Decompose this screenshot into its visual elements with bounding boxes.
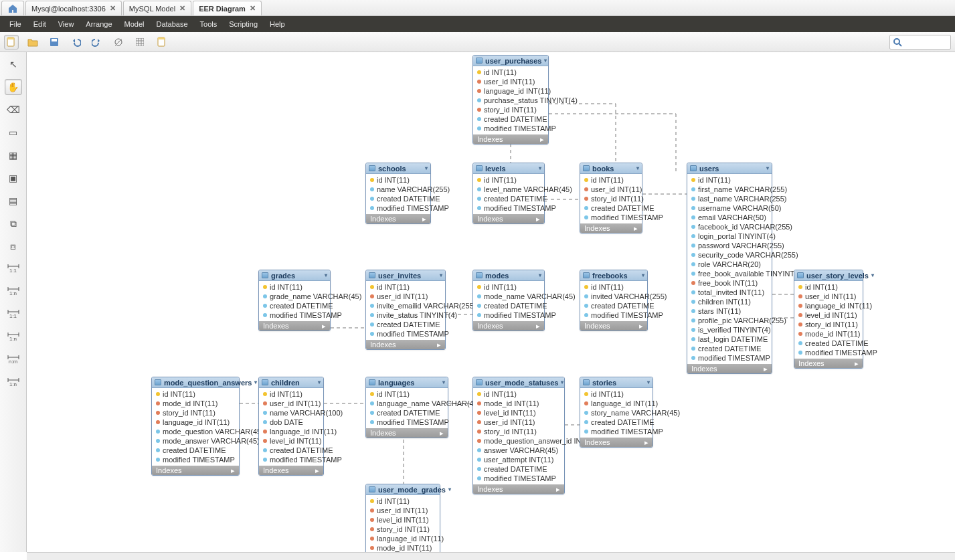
menu-arrange[interactable]: Arrange — [80, 18, 117, 30]
indexes-section[interactable]: Indexes▸ — [473, 134, 548, 144]
chevron-down-icon[interactable]: ▾ — [642, 272, 644, 278]
table-books[interactable]: books▾id INT(11)user_id INT(11)story_id … — [580, 163, 642, 234]
tab-home[interactable] — [1, 1, 24, 15]
table-user_purchases[interactable]: user_purchases▾id INT(11)user_id INT(11)… — [472, 55, 549, 145]
tool-rel-1-n-nm[interactable]: 1:n — [5, 284, 22, 300]
table-user_mode_grades[interactable]: user_mode_grades▾id INT(11)user_id INT(1… — [365, 484, 440, 552]
tool-image[interactable]: ▣ — [5, 170, 22, 186]
tool-rel-1-n-pk[interactable]: 1:n — [5, 375, 22, 391]
tool-rel-n-m[interactable]: n:m — [5, 352, 22, 368]
table-header[interactable]: grades▾ — [259, 270, 330, 281]
undo-button[interactable] — [68, 35, 83, 50]
indexes-section[interactable]: Indexes▸ — [794, 359, 863, 368]
table-header[interactable]: stories▾ — [580, 377, 653, 388]
tab-eer-diagram[interactable]: EER Diagram ✕ — [193, 1, 262, 15]
tab-model[interactable]: MySQL Model ✕ — [123, 1, 191, 15]
horizontal-scrollbar[interactable] — [27, 552, 955, 560]
search-box[interactable] — [889, 35, 951, 50]
table-header[interactable]: languages▾ — [366, 377, 448, 388]
table-stories[interactable]: stories▾id INT(11)language_id INT(11)sto… — [580, 377, 653, 448]
table-header[interactable]: users▾ — [687, 163, 772, 174]
indexes-section[interactable]: Indexes▸ — [259, 321, 330, 331]
menu-database[interactable]: Database — [151, 18, 193, 30]
tool-rel-1-1[interactable]: 1:1 — [5, 306, 22, 322]
indexes-section[interactable]: Indexes▸ — [473, 321, 544, 331]
indexes-section[interactable]: Indexes▸ — [366, 340, 445, 349]
chevron-down-icon[interactable]: ▾ — [539, 272, 541, 278]
tool-hand[interactable]: ✋ — [5, 79, 22, 95]
indexes-section[interactable]: Indexes▸ — [580, 438, 653, 447]
close-icon[interactable]: ✕ — [250, 4, 256, 13]
redo-button[interactable] — [90, 35, 104, 50]
tool-table[interactable]: ▤ — [5, 193, 22, 209]
close-icon[interactable]: ✕ — [179, 4, 185, 13]
chevron-down-icon[interactable]: ▾ — [871, 272, 874, 278]
new-file-button[interactable] — [4, 35, 19, 50]
table-grades[interactable]: grades▾id INT(11)grade_name VARCHAR(45)c… — [258, 270, 331, 331]
options-button[interactable] — [154, 35, 169, 50]
chevron-down-icon[interactable]: ▾ — [325, 272, 327, 278]
chevron-down-icon[interactable]: ▾ — [539, 165, 541, 171]
indexes-section[interactable]: Indexes▸ — [473, 214, 544, 223]
chevron-down-icon[interactable]: ▾ — [544, 58, 547, 64]
chevron-down-icon[interactable]: ▾ — [440, 272, 442, 278]
table-header[interactable]: levels▾ — [473, 163, 544, 174]
chevron-down-icon[interactable]: ▾ — [442, 379, 445, 385]
chevron-down-icon[interactable]: ▾ — [636, 165, 639, 171]
tab-connection[interactable]: Mysql@localhost:3306 ✕ — [25, 1, 122, 15]
indexes-section[interactable]: Indexes▸ — [366, 214, 430, 223]
tool-routine[interactable]: ⧈ — [5, 238, 22, 254]
table-children[interactable]: children▾id INT(11)user_id INT(11)name V… — [258, 377, 324, 476]
table-languages[interactable]: languages▾id INT(11)language_name VARCHA… — [365, 377, 448, 438]
tool-view[interactable]: ⧉ — [5, 215, 22, 231]
table-header[interactable]: user_invites▾ — [366, 270, 445, 281]
chevron-down-icon[interactable]: ▾ — [647, 379, 650, 385]
tool-note[interactable]: ▦ — [5, 147, 22, 163]
diagram-canvas[interactable]: user_purchases▾id INT(11)user_id INT(11)… — [27, 52, 955, 552]
chevron-down-icon[interactable]: ▾ — [254, 379, 257, 385]
chevron-down-icon[interactable]: ▾ — [318, 379, 321, 385]
menu-tools[interactable]: Tools — [195, 18, 223, 30]
table-header[interactable]: user_purchases▾ — [473, 56, 548, 66]
menu-help[interactable]: Help — [264, 18, 290, 30]
table-user_invites[interactable]: user_invites▾id INT(11)user_id INT(11)in… — [365, 270, 446, 350]
tool-rel-1-1-nm[interactable]: 1:1 — [5, 261, 22, 277]
table-schools[interactable]: schools▾id INT(11)name VARCHAR(255)creat… — [365, 163, 431, 224]
chevron-down-icon[interactable]: ▾ — [448, 486, 451, 492]
menu-file[interactable]: File — [4, 18, 27, 30]
table-levels[interactable]: levels▾id INT(11)level_name VARCHAR(45)c… — [472, 163, 545, 224]
menu-view[interactable]: View — [53, 18, 80, 30]
tool-pointer[interactable]: ↖ — [5, 56, 22, 72]
menu-scripting[interactable]: Scripting — [224, 18, 263, 30]
save-button[interactable] — [47, 35, 62, 50]
menu-edit[interactable]: Edit — [28, 18, 52, 30]
indexes-section[interactable]: Indexes▸ — [152, 466, 239, 475]
menu-model[interactable]: Model — [119, 18, 150, 30]
table-user_story_levels[interactable]: user_story_levels▾id INT(11)user_id INT(… — [794, 270, 863, 369]
table-users[interactable]: users▾id INT(11)first_name VARCHAR(255)l… — [687, 163, 772, 374]
chevron-down-icon[interactable]: ▾ — [766, 165, 769, 171]
table-modes[interactable]: modes▾id INT(11)mode_name VARCHAR(45)cre… — [472, 270, 545, 331]
table-user_mode_statuses[interactable]: user_mode_statuses▾id INT(11)mode_id INT… — [472, 377, 565, 494]
tool-rel-1-n[interactable]: 1:n — [5, 329, 22, 345]
chevron-down-icon[interactable]: ▾ — [561, 379, 563, 385]
indexes-section[interactable]: Indexes▸ — [473, 484, 564, 494]
table-freebooks[interactable]: freebooks▾id INT(11)invited VARCHAR(255)… — [580, 270, 648, 331]
table-header[interactable]: user_story_levels▾ — [794, 270, 863, 281]
table-header[interactable]: schools▾ — [366, 163, 430, 174]
indexes-section[interactable]: Indexes▸ — [580, 321, 647, 331]
toggle-grid-button[interactable] — [111, 35, 126, 50]
indexes-section[interactable]: Indexes▸ — [259, 466, 323, 475]
open-file-button[interactable] — [25, 35, 40, 50]
table-header[interactable]: user_mode_grades▾ — [366, 484, 440, 495]
indexes-section[interactable]: Indexes▸ — [687, 364, 772, 373]
table-header[interactable]: freebooks▾ — [580, 270, 647, 281]
table-header[interactable]: mode_question_answers▾ — [152, 377, 239, 388]
table-header[interactable]: user_mode_statuses▾ — [473, 377, 564, 388]
chevron-down-icon[interactable]: ▾ — [425, 165, 428, 171]
tool-layer[interactable]: ▭ — [5, 124, 22, 141]
indexes-section[interactable]: Indexes▸ — [366, 428, 448, 438]
align-button[interactable] — [133, 35, 147, 50]
indexes-section[interactable]: Indexes▸ — [580, 223, 642, 233]
table-mode_question_answers[interactable]: mode_question_answers▾id INT(11)mode_id … — [151, 377, 240, 476]
